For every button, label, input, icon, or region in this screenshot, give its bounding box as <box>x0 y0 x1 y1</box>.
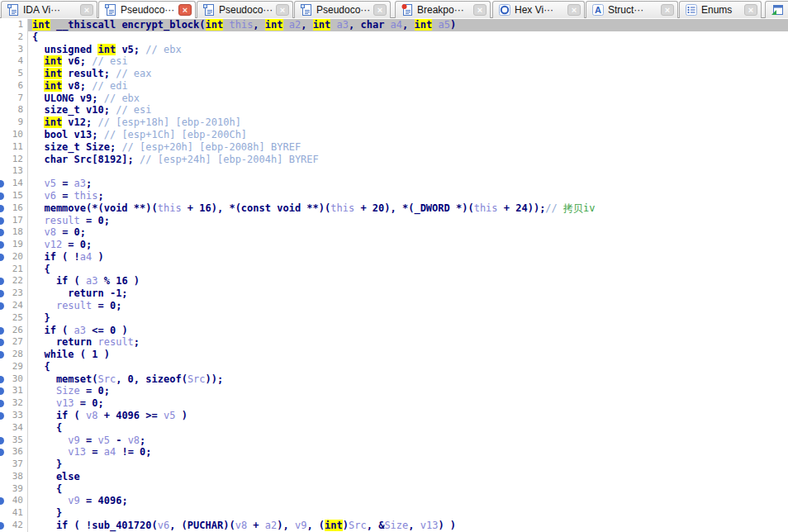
tab-ida-view[interactable]: IDA Vi···× <box>1 1 97 18</box>
line-number: 5 <box>0 68 28 80</box>
tab-close-icon[interactable]: × <box>178 4 192 16</box>
line-number: 30 <box>0 373 28 386</box>
code-line[interactable]: 2{ <box>0 31 788 44</box>
code-line[interactable]: 32 v13 = 0; <box>0 397 788 410</box>
code-line[interactable]: 31 Size = 0; <box>0 385 788 397</box>
code-line[interactable]: 36 v13 = a4 != 0; <box>0 446 788 458</box>
code-line[interactable]: 3 unsigned int v5; // ebx <box>0 44 788 56</box>
code-line[interactable]: 35 v9 = v5 - v8; <box>0 435 788 447</box>
tab-pseudocode-1[interactable]: Pseudoco···× <box>98 1 196 18</box>
tab-close-icon[interactable]: × <box>661 4 674 16</box>
code-text: v9 = v5 - v8; <box>28 435 788 447</box>
code-line[interactable]: 18 v8 = 0; <box>0 226 788 239</box>
breakpoints-icon <box>401 3 414 17</box>
tab-close-icon[interactable]: × <box>80 4 93 16</box>
tab-close-icon[interactable]: × <box>276 4 289 16</box>
code-line[interactable]: 28 while ( 1 ) <box>0 349 788 361</box>
line-number: 4 <box>0 55 28 68</box>
line-number: 12 <box>0 154 28 166</box>
tab-pseudocode-2[interactable]: Pseudoco···× <box>197 1 293 18</box>
line-number: 25 <box>0 312 28 325</box>
code-line[interactable]: 12 char Src[8192]; // [esp+24h] [ebp-200… <box>0 154 788 166</box>
tab-close-icon[interactable]: × <box>567 4 581 16</box>
code-text: { <box>28 31 788 44</box>
line-number: 29 <box>0 361 28 373</box>
hex-view-icon <box>498 3 511 17</box>
line-number: 11 <box>0 141 28 154</box>
code-line[interactable]: 39 { <box>0 483 788 496</box>
line-number: 34 <box>0 422 28 435</box>
tab-hex-view[interactable]: Hex Vi···× <box>492 1 585 18</box>
line-number: 24 <box>0 300 28 312</box>
code-text: v9 = 4096; <box>28 495 788 507</box>
code-line[interactable]: 13 <box>0 165 788 178</box>
line-number: 23 <box>0 287 28 300</box>
code-text: v6 = this; <box>28 190 788 202</box>
tab-label: Enums <box>701 4 741 16</box>
code-line[interactable]: 38 else <box>0 471 788 483</box>
line-number: 38 <box>0 471 28 483</box>
code-line[interactable]: 4 int v6; // esi <box>0 55 788 68</box>
code-line[interactable]: 34 { <box>0 422 788 435</box>
code-text: result = 0; <box>28 215 788 227</box>
line-number: 27 <box>0 336 28 349</box>
code-text: if ( a3 % 16 ) <box>28 275 788 287</box>
code-line[interactable]: 21 { <box>0 264 788 276</box>
code-line[interactable]: 24 result = 0; <box>0 300 788 312</box>
code-text: Size = 0; <box>28 385 788 397</box>
code-line[interactable]: 25 } <box>0 312 788 325</box>
code-line[interactable]: 17 result = 0; <box>0 215 788 227</box>
code-line[interactable]: 26 if ( a3 <= 0 ) <box>0 325 788 337</box>
code-line[interactable]: 9 int v12; // [esp+18h] [ebp-2010h] <box>0 116 788 129</box>
code-line[interactable]: 30 memset(Src, 0, sizeof(Src)); <box>0 373 788 386</box>
code-text: int v8; // edi <box>28 80 788 93</box>
code-text: else <box>28 471 788 483</box>
line-number: 21 <box>0 264 28 276</box>
tab-label: Pseudoco··· <box>121 4 175 16</box>
tab-structures[interactable]: AStruct···× <box>586 1 678 18</box>
code-line[interactable]: 14 v5 = a3; <box>0 178 788 190</box>
code-line[interactable]: 23 return -1; <box>0 287 788 300</box>
code-line[interactable]: 33 if ( v8 + 4096 >= v5 ) <box>0 410 788 422</box>
code-line[interactable]: 5 int result; // eax <box>0 68 788 80</box>
code-line[interactable]: 8 size_t v10; // esi <box>0 104 788 116</box>
code-line[interactable]: 41 } <box>0 507 788 520</box>
tab-extra[interactable] <box>765 1 788 18</box>
code-text: int v12; // [esp+18h] [ebp-2010h] <box>28 116 788 129</box>
code-line[interactable]: 19 v12 = 0; <box>0 239 788 251</box>
code-line[interactable]: 10 bool v13; // [esp+1Ch] [ebp-200Ch] <box>0 129 788 141</box>
line-number: 40 <box>0 495 28 507</box>
tab-bar: IDA Vi···×Pseudoco···×Pseudoco···×Pseudo… <box>0 0 788 18</box>
code-line[interactable]: 6 int v8; // edi <box>0 80 788 93</box>
tab-breakpoints[interactable]: Breakpo···× <box>395 1 491 18</box>
code-line[interactable]: 11 size_t Size; // [esp+20h] [ebp-2008h]… <box>0 141 788 154</box>
code-line[interactable]: 40 v9 = 4096; <box>0 495 788 507</box>
code-line[interactable]: 42 if ( !sub_401720(v6, (PUCHAR)(v8 + a2… <box>0 520 788 532</box>
tab-enums[interactable]: Enums× <box>679 1 762 18</box>
code-text: { <box>28 422 788 435</box>
line-number: 16 <box>0 202 28 215</box>
tab-close-icon[interactable]: × <box>373 4 387 16</box>
code-text: } <box>28 312 788 325</box>
line-number: 28 <box>0 349 28 361</box>
tab-close-icon[interactable]: × <box>744 4 757 16</box>
code-line[interactable]: 16 memmove(*(void **)(this + 16), *(cons… <box>0 202 788 215</box>
tab-label: Breakpo··· <box>417 4 470 16</box>
tab-pseudocode-3[interactable]: Pseudoco···× <box>294 1 391 18</box>
enums-icon <box>685 3 698 17</box>
tab-close-icon[interactable]: × <box>473 4 487 16</box>
code-line[interactable]: 20 if ( !a4 ) <box>0 251 788 264</box>
code-text <box>28 165 788 178</box>
pseudocode-icon <box>300 3 313 17</box>
code-text: unsigned int v5; // ebx <box>28 44 788 56</box>
code-text: bool v13; // [esp+1Ch] [ebp-200Ch] <box>28 129 788 141</box>
code-line[interactable]: 22 if ( a3 % 16 ) <box>0 275 788 287</box>
code-text: v12 = 0; <box>28 239 788 251</box>
code-line[interactable]: 37 } <box>0 458 788 471</box>
code-line[interactable]: 1int __thiscall encrypt_block(int this, … <box>0 19 788 31</box>
code-area[interactable]: 1int __thiscall encrypt_block(int this, … <box>0 18 788 532</box>
code-line[interactable]: 29 { <box>0 361 788 373</box>
code-line[interactable]: 27 return result; <box>0 336 788 349</box>
code-line[interactable]: 7 ULONG v9; // ebx <box>0 93 788 105</box>
code-line[interactable]: 15 v6 = this; <box>0 190 788 202</box>
